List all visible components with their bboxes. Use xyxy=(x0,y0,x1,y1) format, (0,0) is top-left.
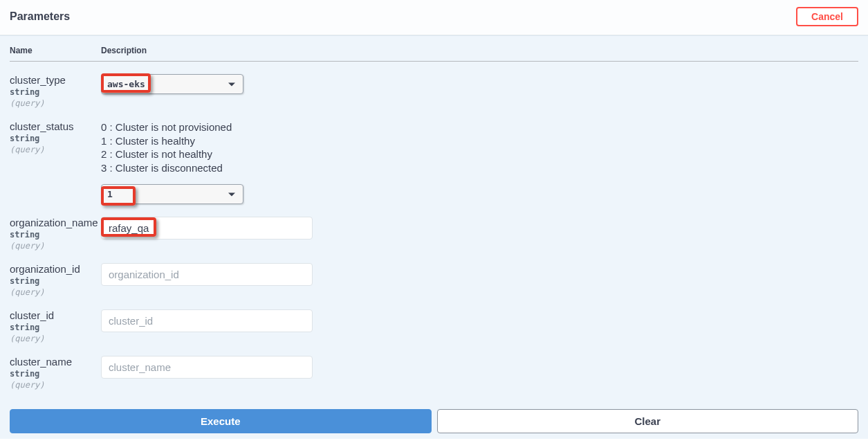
clear-button[interactable]: Clear xyxy=(437,409,859,433)
params-table-header: Name Description xyxy=(10,46,858,62)
param-name: organization_id xyxy=(10,263,101,275)
panel-title: Parameters xyxy=(10,10,70,23)
param-row-organization-name: organization_name string (query) xyxy=(10,204,858,251)
status-line: 2 : Cluster is not healthy xyxy=(101,147,243,161)
organization-name-input[interactable] xyxy=(101,217,313,239)
panel-header: Parameters Cancel xyxy=(0,0,868,35)
cluster-id-input[interactable] xyxy=(101,309,313,332)
organization-id-input[interactable] xyxy=(101,263,313,286)
param-name: cluster_status xyxy=(10,120,101,132)
status-line: 1 : Cluster is healthy xyxy=(101,134,243,148)
param-type: string xyxy=(10,323,101,332)
param-in: (query) xyxy=(10,98,101,108)
param-row-cluster-type: cluster_type string (query) aws-eks xyxy=(10,62,858,108)
cancel-button[interactable]: Cancel xyxy=(796,7,858,26)
param-type: string xyxy=(10,87,101,97)
cluster-status-description: 0 : Cluster is not provisioned 1 : Clust… xyxy=(101,120,243,174)
param-in: (query) xyxy=(10,241,101,251)
param-type: string xyxy=(10,134,101,143)
param-name: cluster_name xyxy=(10,356,101,368)
action-button-row: Execute Clear xyxy=(10,409,858,433)
cluster-status-select[interactable]: 1 xyxy=(101,184,243,204)
param-type: string xyxy=(10,369,101,379)
cluster-name-input[interactable] xyxy=(101,356,313,379)
param-in: (query) xyxy=(10,334,101,343)
param-in: (query) xyxy=(10,380,101,390)
cluster-type-select[interactable]: aws-eks xyxy=(101,74,243,94)
status-line: 3 : Cluster is disconnected xyxy=(101,161,243,175)
param-type: string xyxy=(10,276,101,286)
param-name: organization_name xyxy=(10,217,101,228)
param-row-cluster-id: cluster_id string (query) xyxy=(10,297,858,343)
param-row-cluster-status: cluster_status string (query) 0 : Cluste… xyxy=(10,108,858,204)
param-in: (query) xyxy=(10,287,101,297)
param-name: cluster_type xyxy=(10,74,101,86)
col-header-description: Description xyxy=(101,46,858,55)
param-type: string xyxy=(10,230,101,239)
param-in: (query) xyxy=(10,145,101,154)
param-row-cluster-name: cluster_name string (query) xyxy=(10,343,858,390)
col-header-name: Name xyxy=(10,46,101,55)
param-name: cluster_id xyxy=(10,309,101,321)
status-line: 0 : Cluster is not provisioned xyxy=(101,120,243,134)
param-row-organization-id: organization_id string (query) xyxy=(10,251,858,297)
execute-button[interactable]: Execute xyxy=(10,409,432,433)
panel-body: Name Description cluster_type string (qu… xyxy=(0,35,868,439)
